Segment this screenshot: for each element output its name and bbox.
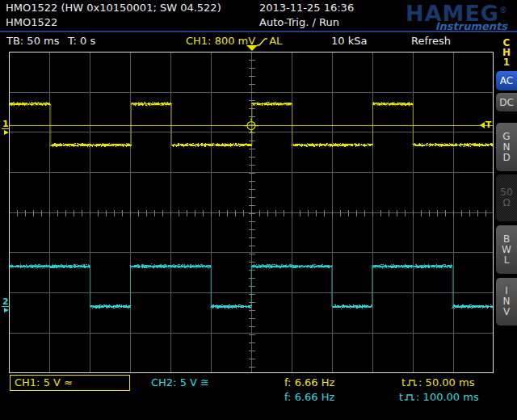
ch1-pulse-width-value: : 50.00 ms	[418, 376, 474, 389]
device-name: HMO1522	[6, 16, 57, 29]
timebase-readout: TB: 50 ms	[6, 35, 59, 48]
softkey-gnd[interactable]: GND	[496, 123, 517, 171]
header-divider	[0, 31, 517, 32]
ch2-pulse-width-prefix: t	[399, 391, 403, 404]
ch2-frequency-readout: f: 6.66 Hz	[284, 391, 334, 404]
registered-mark: ®	[499, 6, 507, 15]
waveform-display	[10, 52, 493, 372]
softkey-menu: CH1 AC DC GND 50Ω BWL INV	[495, 32, 517, 420]
rising-edge-icon	[256, 36, 268, 47]
brand-logo: HAMEG® Instruments	[406, 0, 507, 32]
trigger-position-icon[interactable]	[246, 45, 258, 51]
softkey-coupling-ac[interactable]: AC	[496, 71, 517, 90]
trigger-source-level: CH1: 800 mV	[186, 35, 255, 48]
trigger-status: Auto-Trig. / Run	[259, 16, 339, 29]
pulse-width-icon	[404, 393, 415, 402]
pulse-width-icon	[406, 378, 418, 388]
device-model-line: HMO1522 (HW 0x10150001; SW 04.522)	[6, 2, 221, 15]
softkey-bandwidth-limit[interactable]: BWL	[496, 225, 517, 274]
trigger-level-letter: T	[485, 120, 492, 130]
ch1-pulse-width-prefix: t	[401, 376, 406, 389]
graticule	[9, 52, 494, 373]
softkey-menu-title: CH1	[498, 38, 515, 67]
softkey-coupling-dc[interactable]: DC	[496, 93, 517, 111]
trigger-coupling-label: AL	[269, 35, 282, 48]
ch1-pulse-width-readout: t : 50.00 ms	[401, 376, 474, 389]
softkey-50ohm: 50Ω	[496, 174, 517, 221]
trigger-level-readout: CH1: 800 mV AL	[186, 35, 282, 48]
ch1-frequency-readout: f: 6.66 Hz	[284, 376, 334, 389]
ch2-position-marker[interactable]: 2	[2, 297, 10, 307]
ch2-position-arrow-icon	[4, 308, 9, 313]
sample-rate-readout: 10 kSa	[331, 35, 367, 48]
trigger-level-icon[interactable]: T	[480, 120, 492, 130]
waveform-traces	[10, 104, 493, 307]
softkey-invert[interactable]: INV	[496, 278, 517, 326]
ch1-scale-text: CH1: 5 V ≈	[15, 376, 73, 389]
oscilloscope-screen: HMO1522 (HW 0x10150001; SW 04.522) HMO15…	[0, 0, 517, 420]
ch1-position-marker[interactable]: 1	[2, 120, 10, 129]
ch1-scale-readout[interactable]: CH1: 5 V ≈	[10, 375, 130, 391]
trigger-time-readout: T: 0 s	[68, 35, 95, 48]
acquisition-mode-readout: Refresh	[411, 35, 451, 48]
ch1-position-arrow-icon	[4, 130, 9, 135]
datetime: 2013-11-25 16:36	[259, 2, 354, 15]
ch2-pulse-width-value: : 100.00 ms	[416, 391, 479, 404]
ch2-scale-readout[interactable]: CH2: 5 V ≅	[151, 376, 209, 389]
ch2-pulse-width-readout: t : 100.00 ms	[399, 391, 479, 404]
